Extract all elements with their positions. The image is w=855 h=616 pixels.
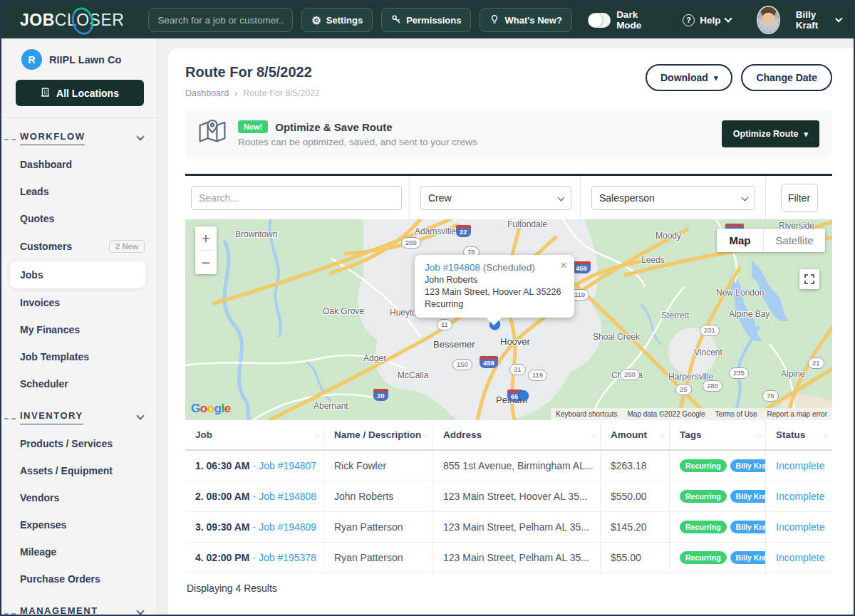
filter-bar: Crew Salesperson Filter xyxy=(185,174,832,219)
map-attribution-item[interactable]: Keyboard shortcuts xyxy=(551,408,622,420)
sidebar-section-management[interactable]: MANAGEMENT xyxy=(1,592,157,616)
column-header-status[interactable]: Status↑↓ xyxy=(766,420,832,449)
status-link[interactable]: Incomplete xyxy=(776,521,824,533)
job-link[interactable]: Job #194808 xyxy=(259,491,316,502)
sidebar-item-invoices[interactable]: Invoices xyxy=(1,289,157,316)
sort-icon[interactable]: ↑↓ xyxy=(756,432,761,439)
status-link[interactable]: Incomplete xyxy=(776,460,824,471)
permissions-button[interactable]: Permissions xyxy=(381,8,471,32)
tag-pill-billy-kraft[interactable]: Billy Kraft xyxy=(730,459,766,472)
route-map[interactable]: BrowntownAdamsvilleFultondaleMoodyLeedsR… xyxy=(185,219,832,420)
sidebar-item-scheduler[interactable]: Scheduler xyxy=(1,370,157,397)
tag-pill-billy-kraft[interactable]: Billy Kraft xyxy=(730,490,766,503)
popup-recurring: Recurring xyxy=(425,299,564,309)
sidebar-item-job-templates[interactable]: Job Templates xyxy=(1,343,157,370)
user-name: Billy Kraft xyxy=(796,9,830,31)
dark-mode-toggle[interactable] xyxy=(588,13,611,28)
map-city-label: Hoover xyxy=(500,336,530,347)
sidebar-item-my-finances[interactable]: My Finances xyxy=(1,316,157,343)
sidebar-item-mileage[interactable]: Mileage xyxy=(1,538,157,565)
download-button[interactable]: Download ▾ xyxy=(646,64,732,91)
job-link[interactable]: Job #194809 xyxy=(259,521,316,533)
tag-pill-recurring[interactable]: Recurring xyxy=(680,521,727,533)
fullscreen-button[interactable] xyxy=(799,269,819,289)
sidebar: R RIIPL Lawn Co All Locations WORKFLOWDa… xyxy=(1,38,158,616)
sidebar-section-inventory[interactable]: INVENTORY xyxy=(1,397,157,430)
crew-select[interactable]: Crew xyxy=(420,186,571,210)
sidebar-item-purchase-orders[interactable]: Purchase Orders xyxy=(1,565,157,592)
tag-pill-billy-kraft[interactable]: Billy Kraft xyxy=(730,521,766,533)
map-attribution-item[interactable]: Terms of Use xyxy=(710,408,762,420)
whats-new-button[interactable]: What's New? xyxy=(480,8,571,32)
dash-separator: - xyxy=(253,491,256,502)
map-pin-icon xyxy=(197,117,228,151)
salesperson-select[interactable]: Salesperson xyxy=(591,186,755,210)
sidebar-item-label: Expenses xyxy=(20,519,66,531)
user-avatar[interactable] xyxy=(758,7,778,33)
change-date-button[interactable]: Change Date xyxy=(741,64,832,91)
chevron-down-icon xyxy=(835,15,842,22)
column-header-tags[interactable]: Tags↑↓ xyxy=(670,420,766,449)
address-cell: 123 Main Street, Pelham AL 35... xyxy=(433,543,601,573)
sidebar-section-workflow[interactable]: WORKFLOW xyxy=(1,118,157,151)
optimize-route-button[interactable]: Optimize Route ▾ xyxy=(722,120,819,147)
dashed-line xyxy=(4,613,16,615)
filter-button[interactable]: Filter xyxy=(781,184,818,212)
job-link[interactable]: Job #195378 xyxy=(259,552,316,563)
user-menu[interactable]: Billy Kraft xyxy=(796,9,841,31)
sidebar-item-vendors[interactable]: Vendors xyxy=(1,484,157,511)
map-view-button[interactable]: Map xyxy=(717,229,764,252)
sidebar-item-quotes[interactable]: Quotes xyxy=(1,205,157,232)
settings-button[interactable]: ⚙ Settings xyxy=(301,8,373,32)
table-row: 4. 02:00 PM-Job #195378Ryan Patterson123… xyxy=(185,543,832,573)
route-search-input[interactable] xyxy=(191,186,402,210)
sidebar-item-assets-equipment[interactable]: Assets / Equipment xyxy=(1,457,157,484)
column-header-amount[interactable]: Amount↑↓ xyxy=(601,420,670,449)
sidebar-item-customers[interactable]: Customers2 New xyxy=(1,232,157,261)
sidebar-item-dashboard[interactable]: Dashboard xyxy=(1,151,157,178)
status-link[interactable]: Incomplete xyxy=(776,491,824,502)
interstate-shield-22: 22 xyxy=(456,225,471,237)
column-header-address[interactable]: Address↑↓ xyxy=(433,420,601,449)
sort-icon[interactable]: ↑↓ xyxy=(823,432,828,439)
permissions-label: Permissions xyxy=(406,15,461,26)
sort-icon[interactable]: ↑↓ xyxy=(591,432,596,439)
sidebar-item-leads[interactable]: Leads xyxy=(1,178,157,205)
interstate-shield-459: 459 xyxy=(480,356,498,368)
map-marker-2[interactable] xyxy=(518,390,529,401)
app-logo[interactable]: JOBCLOSER xyxy=(20,11,124,30)
google-logo[interactable]: Google xyxy=(191,402,231,416)
popup-job-link[interactable]: Job #194808 xyxy=(425,262,480,273)
zoom-out-button[interactable]: − xyxy=(195,251,217,274)
tag-pill-recurring[interactable]: Recurring xyxy=(680,459,727,472)
company-switcher[interactable]: R RIIPL Lawn Co xyxy=(1,38,157,78)
sidebar-item-expenses[interactable]: Expenses xyxy=(1,511,157,538)
map-attribution-item[interactable]: Map data ©2022 Google xyxy=(622,408,710,420)
tag-pill-recurring[interactable]: Recurring xyxy=(680,551,727,564)
global-search-input[interactable] xyxy=(148,8,293,32)
sidebar-section-label: MANAGEMENT xyxy=(20,605,98,616)
sort-icon[interactable]: ↑↓ xyxy=(423,432,428,439)
zoom-in-button[interactable]: + xyxy=(195,226,217,250)
status-link[interactable]: Incomplete xyxy=(776,552,824,563)
map-city-label: Vincent xyxy=(694,348,722,357)
sidebar-item-jobs[interactable]: Jobs xyxy=(10,261,146,288)
tag-pill-recurring[interactable]: Recurring xyxy=(680,490,727,503)
map-attribution-item[interactable]: Report a map error xyxy=(762,408,832,420)
all-locations-label: All Locations xyxy=(56,88,119,99)
breadcrumb-dashboard[interactable]: Dashboard xyxy=(185,88,229,98)
all-locations-button[interactable]: All Locations xyxy=(16,80,144,106)
change-date-label: Change Date xyxy=(756,72,817,83)
sort-icon[interactable]: ↑↓ xyxy=(660,432,665,439)
column-header-name-description[interactable]: Name / Description↑↓ xyxy=(324,420,433,449)
close-icon[interactable]: × xyxy=(560,259,567,271)
satellite-view-button[interactable]: Satellite xyxy=(764,229,825,252)
sort-icon[interactable]: ↑↓ xyxy=(314,432,319,439)
help-menu[interactable]: ? Help xyxy=(683,14,731,26)
sidebar-item-label: Quotes xyxy=(20,213,54,224)
tag-pill-billy-kraft[interactable]: Billy Kraft xyxy=(730,551,766,564)
sidebar-item-products-services[interactable]: Products / Services xyxy=(1,430,157,457)
banner-subtitle: Routes can be optimized, saved, and sent… xyxy=(238,137,477,147)
column-header-job[interactable]: Job↑↓ xyxy=(185,420,324,449)
job-link[interactable]: Job #194807 xyxy=(259,460,316,471)
